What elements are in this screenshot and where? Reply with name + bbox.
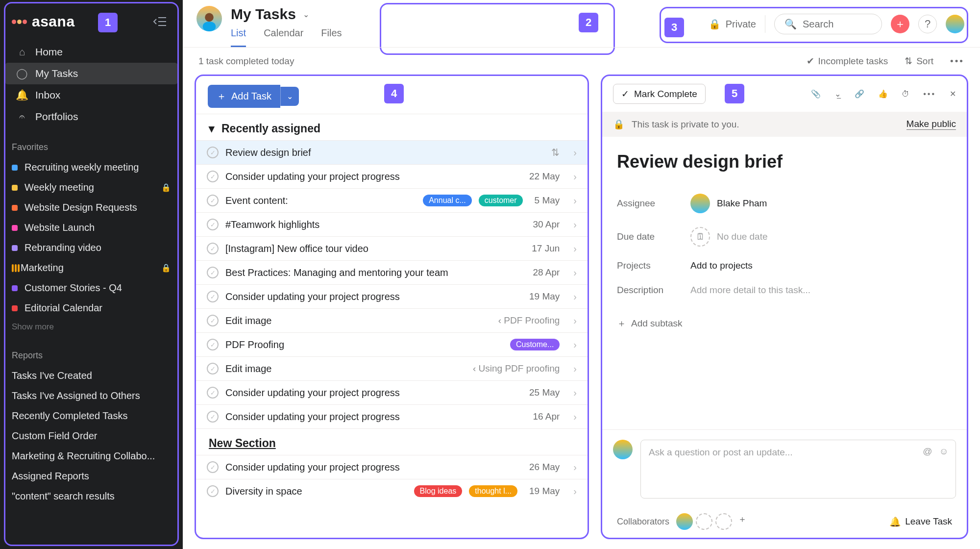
show-more-link[interactable]: Show more: [0, 318, 183, 336]
sidebar-item-home[interactable]: ⌂ Home: [5, 41, 178, 63]
task-tag[interactable]: customer: [479, 195, 523, 206]
sidebar-favorite-item[interactable]: Rebranding video: [0, 238, 183, 258]
comment-input[interactable]: Ask a question or post an update... @ ☺: [640, 440, 956, 499]
task-row[interactable]: Consider updating your project progress1…: [196, 284, 588, 308]
timer-icon[interactable]: ⏱: [902, 90, 909, 99]
mention-icon[interactable]: @: [923, 446, 932, 457]
assignee-value[interactable]: Blake Pham: [690, 194, 767, 213]
task-row[interactable]: Edit image‹ PDF Proofing›: [196, 308, 588, 332]
collaborator-avatar[interactable]: [676, 513, 693, 530]
leave-task-button[interactable]: 🔔 Leave Task: [889, 516, 952, 527]
sort-label: Sort: [916, 56, 933, 67]
task-tag[interactable]: Annual c...: [423, 195, 472, 206]
task-row[interactable]: Best Practices: Managing and mentoring y…: [196, 260, 588, 284]
complete-task-checkbox[interactable]: [207, 147, 219, 158]
due-date-field[interactable]: 🗓 No due date: [690, 227, 768, 247]
task-due-date: 28 Apr: [533, 267, 560, 278]
help-button[interactable]: ?: [918, 15, 937, 33]
sidebar-report-item[interactable]: Recently Completed Tasks: [0, 406, 183, 426]
sidebar-favorite-item[interactable]: Website Design Requests: [0, 198, 183, 218]
comment-placeholder: Ask a question or post an update...: [649, 447, 793, 457]
emoji-icon[interactable]: ☺: [939, 446, 949, 457]
add-collaborator-slot[interactable]: [715, 513, 732, 530]
sidebar-report-item[interactable]: Tasks I've Created: [0, 366, 183, 386]
privacy-indicator[interactable]: 🔒 Private: [709, 18, 756, 30]
task-tag[interactable]: thought l...: [469, 485, 517, 497]
sidebar-report-item[interactable]: Tasks I've Assigned to Others: [0, 386, 183, 406]
task-row[interactable]: Consider updating your project progress1…: [196, 404, 588, 428]
sidebar-report-item[interactable]: "content" search results: [0, 486, 183, 506]
sidebar-favorite-item[interactable]: Marketing🔒: [0, 258, 183, 278]
complete-task-checkbox[interactable]: [207, 461, 219, 473]
task-row[interactable]: #Teamwork highlights30 Apr›: [196, 212, 588, 236]
make-public-link[interactable]: Make public: [906, 119, 956, 130]
user-avatar[interactable]: [196, 6, 222, 31]
close-icon[interactable]: ✕: [950, 89, 956, 99]
like-icon[interactable]: 👍: [878, 89, 888, 99]
tab-files[interactable]: Files: [321, 27, 342, 47]
sidebar-favorite-item[interactable]: Customer Stories - Q4: [0, 278, 183, 298]
complete-task-checkbox[interactable]: [207, 195, 219, 206]
task-row[interactable]: PDF ProofingCustome...›: [196, 332, 588, 356]
sidebar-report-item[interactable]: Custom Field Order: [0, 426, 183, 446]
sidebar-report-item[interactable]: Assigned Reports: [0, 466, 183, 486]
subtask-icon[interactable]: ⌄̲: [834, 89, 841, 99]
more-menu-icon[interactable]: •••: [950, 56, 964, 67]
task-row[interactable]: Review design brief⇅›: [196, 140, 588, 164]
task-row[interactable]: Consider updating your project progress2…: [196, 380, 588, 404]
projects-field[interactable]: Add to projects: [690, 260, 753, 271]
complete-task-checkbox[interactable]: [207, 485, 219, 497]
mark-complete-button[interactable]: ✓ Mark Complete: [613, 84, 706, 104]
assignee-name: Blake Pham: [717, 198, 767, 209]
sidebar-favorite-item[interactable]: Recruiting weekly meeting: [0, 157, 183, 177]
sidebar-favorite-item[interactable]: Weekly meeting🔒: [0, 177, 183, 198]
add-task-dropdown[interactable]: ⌄: [280, 87, 299, 106]
attachment-icon[interactable]: 📎: [811, 89, 821, 99]
task-tag[interactable]: Custome...: [510, 339, 560, 350]
title-dropdown-icon[interactable]: ⌄: [303, 10, 309, 19]
complete-task-checkbox[interactable]: [207, 363, 219, 374]
task-tag[interactable]: Blog ideas: [414, 485, 463, 497]
task-detail-title[interactable]: Review design brief: [617, 142, 952, 187]
collapse-sidebar-button[interactable]: [149, 13, 171, 30]
chevron-right-icon: ›: [573, 486, 577, 497]
sort-button[interactable]: ⇅ Sort: [905, 55, 933, 67]
sidebar-item-inbox[interactable]: 🔔 Inbox: [5, 84, 178, 106]
task-row[interactable]: Consider updating your project progress2…: [196, 164, 588, 188]
description-field[interactable]: Add more detail to this task...: [690, 285, 810, 296]
complete-task-checkbox[interactable]: [207, 243, 219, 254]
filter-incomplete-tasks[interactable]: ✔︎ Incomplete tasks: [807, 55, 888, 67]
sidebar-favorite-item[interactable]: Editorial Calendar: [0, 298, 183, 318]
add-collaborator-slot[interactable]: [696, 513, 712, 530]
sidebar-favorite-item[interactable]: Website Launch: [0, 218, 183, 238]
complete-task-checkbox[interactable]: [207, 171, 219, 182]
complete-task-checkbox[interactable]: [207, 267, 219, 278]
complete-task-checkbox[interactable]: [207, 339, 219, 350]
current-user-avatar[interactable]: [946, 15, 964, 33]
complete-task-checkbox[interactable]: [207, 387, 219, 399]
add-collaborator-button[interactable]: ＋: [738, 513, 747, 530]
complete-task-checkbox[interactable]: [207, 315, 219, 326]
task-row[interactable]: [Instagram] New office tour video17 Jun›: [196, 236, 588, 260]
complete-task-checkbox[interactable]: [207, 411, 219, 423]
move-task-icon[interactable]: ⇅: [551, 147, 560, 158]
task-row[interactable]: Event content:Annual c...customer5 May›: [196, 188, 588, 212]
add-task-button[interactable]: ＋ Add Task: [208, 85, 280, 108]
search-input[interactable]: 🔍 Search: [774, 14, 882, 34]
task-row[interactable]: Edit image‹ Using PDF proofing›: [196, 356, 588, 380]
add-subtask-button[interactable]: ＋ Add subtask: [617, 302, 952, 330]
task-row[interactable]: Diversity in spaceBlog ideasthought l...…: [196, 479, 588, 503]
sidebar-item-my-tasks[interactable]: ◯ My Tasks: [5, 63, 178, 84]
global-add-button[interactable]: ＋: [891, 15, 909, 33]
section-header-new-section[interactable]: New Section: [196, 428, 588, 455]
copy-link-icon[interactable]: 🔗: [855, 89, 864, 99]
section-header-recently-assigned[interactable]: ▾ Recently assigned: [196, 114, 588, 140]
task-row[interactable]: Consider updating your project progress2…: [196, 455, 588, 479]
sidebar-report-item[interactable]: Marketing & Recruiting Collabo...: [0, 446, 183, 466]
tab-list[interactable]: List: [231, 27, 246, 47]
complete-task-checkbox[interactable]: [207, 291, 219, 302]
more-icon[interactable]: •••: [923, 90, 936, 99]
complete-task-checkbox[interactable]: [207, 219, 219, 230]
tab-calendar[interactable]: Calendar: [264, 27, 303, 47]
sidebar-item-portfolios[interactable]: 𝄐 Portfolios: [5, 106, 178, 127]
